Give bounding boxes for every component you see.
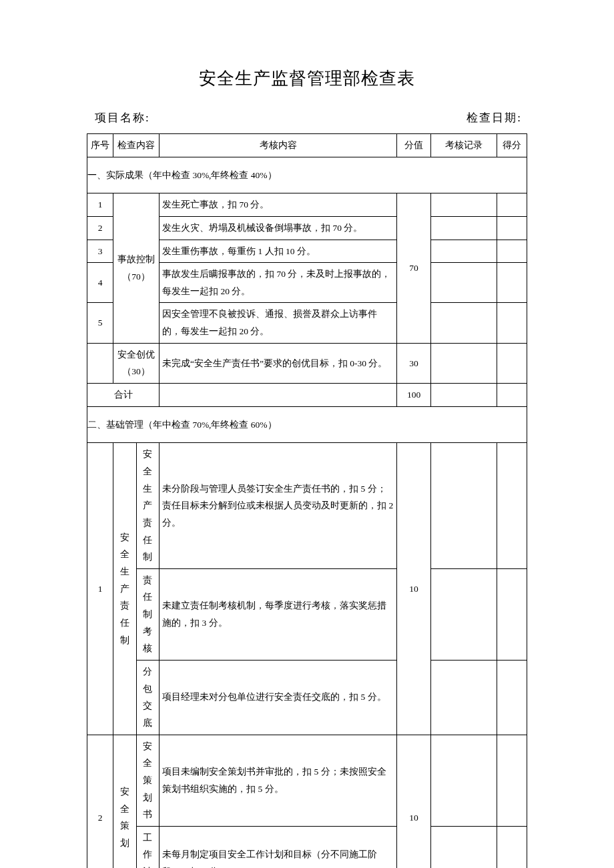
section2-heading: 二、基础管理（年中检查 70%,年终检查 60%）	[87, 406, 527, 443]
table-row: 工作计划 未每月制定项目安全工作计划和目标（分不同施工阶段），扣 2 分。	[87, 826, 527, 868]
header-idx: 序号	[87, 134, 113, 157]
row-idx: 1	[87, 193, 113, 217]
table-row: 安全创优 （30） 未完成“安全生产责任书”要求的创优目标，扣 0-30 分。 …	[87, 343, 527, 383]
total-label: 合计	[87, 384, 160, 407]
got-cell	[497, 193, 527, 217]
check-date-label: 检查日期:	[467, 110, 522, 125]
section1-heading: 一、实际成果（年中检查 30%,年终检查 40%）	[87, 157, 527, 193]
section2-heading-row: 二、基础管理（年中检查 70%,年终检查 60%）	[87, 406, 527, 443]
table-row: 分包交底 项目经理未对分包单位进行安全责任交底的，扣 5 分。	[87, 661, 527, 735]
header-record: 考核记录	[431, 134, 497, 157]
meta-row: 项目名称: 检查日期:	[95, 110, 522, 125]
table-row: 2 安全策划 安全策划书 项目未编制安全策划书并审批的，扣 5 分；未按照安全策…	[87, 735, 527, 826]
header-category: 检查内容	[113, 134, 160, 157]
total-score: 100	[397, 384, 431, 407]
header-got: 得分	[497, 134, 527, 157]
checklist-table: 序号 检查内容 考核内容 分值 考核记录 得分 一、实际成果（年中检查 30%,…	[87, 133, 527, 868]
table-row: 责任制考核 未建立责任制考核机制，每季度进行考核，落实奖惩措施的，扣 3 分。	[87, 568, 527, 660]
record-cell	[431, 193, 497, 217]
excellence-category: 安全创优 （30）	[113, 343, 160, 383]
table-row: 1 事故控制 （70） 发生死亡事故，扣 70 分。 70	[87, 193, 527, 217]
project-name-label: 项目名称:	[95, 110, 150, 125]
header-desc: 考核内容	[160, 134, 397, 157]
accident-category: 事故控制 （70）	[113, 193, 160, 343]
total-row: 合计 100	[87, 384, 527, 407]
page-title: 安全生产监督管理部检查表	[87, 67, 527, 90]
accident-score: 70	[397, 193, 431, 343]
row-desc: 发生死亡事故，扣 70 分。	[160, 193, 397, 217]
section1-heading-row: 一、实际成果（年中检查 30%,年终检查 40%）	[87, 157, 527, 193]
header-row: 序号 检查内容 考核内容 分值 考核记录 得分	[87, 134, 527, 157]
header-score: 分值	[397, 134, 431, 157]
table-row: 1 安全生产责任制 安全生产责任制 未分阶段与管理人员签订安全生产责任书的，扣 …	[87, 443, 527, 568]
